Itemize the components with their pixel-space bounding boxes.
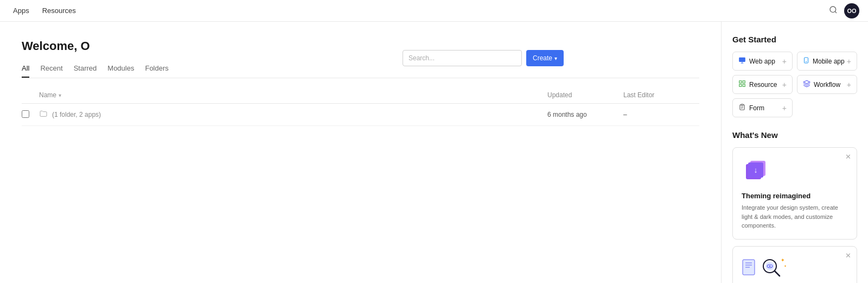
- svg-line-1: [835, 11, 837, 13]
- svg-rect-6: [743, 81, 745, 83]
- gs-item-form[interactable]: Form +: [732, 98, 793, 117]
- whats-new-card-theming: ✕ ↓ Theming reimagined Integrate your de…: [732, 147, 857, 240]
- gs-plus-icon: +: [847, 80, 851, 89]
- svg-rect-7: [739, 84, 742, 86]
- theming-card-title: Theming reimagined: [742, 192, 848, 200]
- avatar[interactable]: OO: [844, 3, 859, 18]
- svg-point-0: [830, 7, 836, 12]
- whats-new-card-observability: ✕ ✦ ✦: [732, 246, 857, 284]
- create-button[interactable]: Create ▾: [526, 50, 564, 66]
- web-app-icon: [738, 56, 746, 66]
- mobile-app-icon: [803, 56, 809, 66]
- observability-card-image: ✦ ✦: [742, 255, 848, 281]
- workflow-icon: [803, 80, 810, 89]
- tab-starred[interactable]: Starred: [74, 64, 97, 78]
- nav-links: Apps Resources: [9, 4, 80, 17]
- gs-item-web-app-label: Web app: [749, 58, 775, 65]
- gs-item-mobile-app[interactable]: Mobile app +: [797, 52, 857, 71]
- gs-item-form-label: Form: [749, 104, 764, 112]
- form-icon: [738, 103, 746, 112]
- gs-plus-icon: +: [847, 57, 851, 66]
- gs-item-workflow-label: Workflow: [814, 81, 840, 89]
- theming-card-desc: Integrate your design system, create lig…: [742, 203, 848, 230]
- content-area: Create ▾ Welcome, O All Recent Starred M…: [0, 22, 722, 283]
- gs-plus-icon: +: [782, 104, 787, 112]
- updated-col-header: Updated: [547, 91, 623, 99]
- gs-item-resource-label: Resource: [749, 81, 777, 89]
- resource-icon: [738, 80, 746, 89]
- get-started-section: Get Started Web app +: [732, 35, 857, 117]
- gs-item-workflow[interactable]: Workflow +: [797, 75, 857, 94]
- svg-rect-2: [739, 58, 745, 62]
- tab-all[interactable]: All: [22, 64, 29, 78]
- folder-info: (1 folder, 2 apps): [52, 111, 101, 118]
- welcome-title: Welcome, O: [22, 39, 699, 53]
- main-layout: Create ▾ Welcome, O All Recent Starred M…: [0, 22, 868, 283]
- svg-text:✦: ✦: [781, 257, 785, 263]
- gs-item-web-app[interactable]: Web app +: [732, 52, 793, 71]
- svg-text:↓: ↓: [754, 166, 758, 174]
- svg-rect-8: [743, 84, 745, 86]
- sort-icon: ▾: [59, 92, 61, 98]
- search-create-row: Create ▾: [403, 50, 564, 66]
- gs-item-mobile-app-label: Mobile app: [813, 58, 845, 65]
- gs-plus-icon: +: [782, 80, 787, 89]
- row-select-checkbox[interactable]: [22, 110, 29, 118]
- tabs-bar: All Recent Starred Modules Folders: [22, 64, 699, 78]
- table-row: (1 folder, 2 apps) 6 months ago –: [22, 104, 699, 126]
- top-nav: Apps Resources OO: [0, 0, 868, 22]
- row-checkbox: [22, 110, 39, 120]
- whats-new-title: What's New: [732, 130, 857, 140]
- svg-rect-9: [741, 104, 743, 105]
- svg-point-4: [806, 61, 807, 62]
- chevron-down-icon: ▾: [554, 55, 557, 61]
- nav-link-resources[interactable]: Resources: [38, 4, 80, 17]
- svg-line-22: [775, 271, 780, 276]
- search-input[interactable]: [403, 50, 522, 66]
- tab-folders[interactable]: Folders: [145, 64, 168, 78]
- folder-icon: [39, 109, 48, 120]
- svg-point-26: [769, 265, 771, 267]
- svg-text:✦: ✦: [784, 265, 787, 268]
- theming-card-image: ↓: [742, 156, 848, 186]
- tab-recent[interactable]: Recent: [40, 64, 62, 78]
- close-observability-card-button[interactable]: ✕: [845, 252, 851, 259]
- close-theming-card-button[interactable]: ✕: [845, 153, 851, 160]
- name-col-header[interactable]: Name ▾: [39, 91, 547, 99]
- gs-plus-icon: +: [782, 57, 787, 66]
- row-name-cell: (1 folder, 2 apps): [39, 109, 547, 120]
- get-started-grid: Web app + Mobile app +: [732, 52, 857, 117]
- get-started-title: Get Started: [732, 35, 857, 44]
- whats-new-section: What's New ✕ ↓ Theming reimagined Integr…: [732, 130, 857, 283]
- nav-right: OO: [829, 3, 859, 18]
- search-icon[interactable]: [829, 5, 838, 16]
- updated-cell: 6 months ago: [547, 111, 623, 118]
- tab-modules[interactable]: Modules: [107, 64, 134, 78]
- svg-rect-5: [739, 81, 742, 83]
- nav-link-apps[interactable]: Apps: [9, 4, 34, 17]
- right-panel: Get Started Web app +: [722, 22, 868, 283]
- last-editor-col-header: Last Editor: [623, 91, 699, 99]
- gs-item-resource[interactable]: Resource +: [732, 75, 793, 94]
- table-header: Name ▾ Updated Last Editor: [22, 87, 699, 104]
- last-editor-cell: –: [623, 111, 699, 118]
